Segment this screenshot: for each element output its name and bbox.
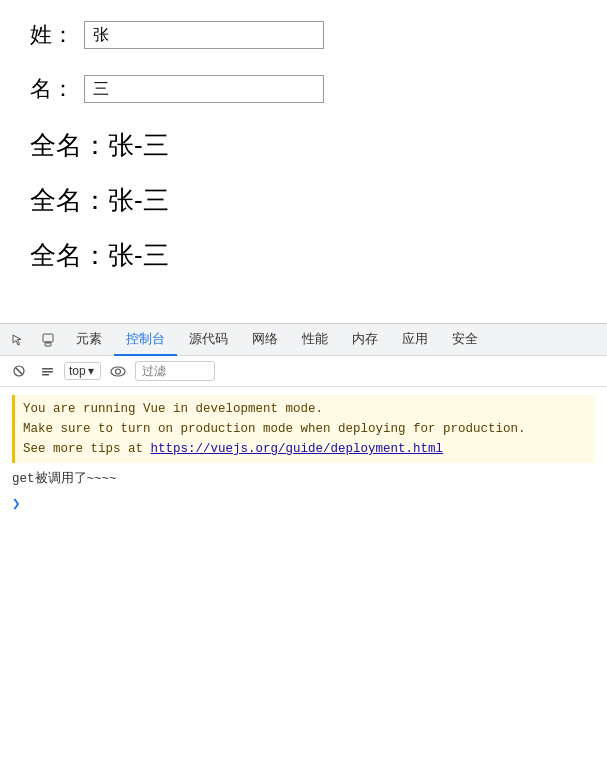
stop-icon[interactable]: [8, 360, 30, 382]
fullname-row-2: 全名：张-三: [30, 183, 577, 218]
fullname-row-3: 全名：张-三: [30, 238, 577, 273]
firstname-input[interactable]: [84, 75, 324, 103]
top-label: top: [69, 364, 86, 378]
console-arrow[interactable]: ❯: [12, 491, 595, 517]
svg-rect-7: [42, 374, 49, 376]
tab-source[interactable]: 源代码: [177, 324, 240, 356]
tab-memory[interactable]: 内存: [340, 324, 390, 356]
fullname-text-3: 全名：张-三: [30, 240, 169, 270]
cursor-icon[interactable]: [4, 326, 32, 354]
lastname-row: 姓：: [30, 20, 577, 50]
firstname-label: 名：: [30, 74, 74, 104]
devtools-tabs: 元素 控制台 源代码 网络 性能 内存 应用 安全: [0, 324, 607, 356]
tab-elements[interactable]: 元素: [64, 324, 114, 356]
lastname-label: 姓：: [30, 20, 74, 50]
fullname-row-1: 全名：张-三: [30, 128, 577, 163]
top-selector[interactable]: top ▾: [64, 362, 101, 380]
get-called-text: get被调用了~~~~: [12, 472, 117, 486]
console-info-line: get被调用了~~~~: [12, 467, 595, 491]
tab-application[interactable]: 应用: [390, 324, 440, 356]
tab-console[interactable]: 控制台: [114, 324, 177, 356]
console-line-1: You are running Vue in development mode.…: [23, 402, 526, 456]
console-warning-block: You are running Vue in development mode.…: [12, 395, 595, 463]
dropdown-arrow: ▾: [88, 364, 94, 378]
lastname-input[interactable]: [84, 21, 324, 49]
device-icon[interactable]: [34, 326, 62, 354]
tab-performance[interactable]: 性能: [290, 324, 340, 356]
svg-rect-5: [42, 368, 53, 370]
deployment-link[interactable]: https://vuejs.org/guide/deployment.html: [151, 442, 444, 456]
firstname-row: 名：: [30, 74, 577, 104]
svg-point-9: [115, 369, 120, 374]
console-output: You are running Vue in development mode.…: [0, 387, 607, 525]
devtools-panel: 元素 控制台 源代码 网络 性能 内存 应用 安全 top ▾: [0, 323, 607, 525]
eye-icon[interactable]: [107, 360, 129, 382]
filter-input[interactable]: [135, 361, 215, 381]
svg-line-4: [16, 368, 22, 374]
svg-rect-0: [43, 334, 53, 342]
svg-point-8: [111, 367, 125, 376]
fullname-text-1: 全名：张-三: [30, 130, 169, 160]
tab-security[interactable]: 安全: [440, 324, 490, 356]
devtools-toolbar: top ▾: [0, 356, 607, 387]
fullname-text-2: 全名：张-三: [30, 185, 169, 215]
clear-icon[interactable]: [36, 360, 58, 382]
main-content: 姓： 名： 全名：张-三 全名：张-三 全名：张-三: [0, 0, 607, 313]
svg-rect-6: [42, 371, 53, 373]
svg-rect-1: [45, 343, 51, 346]
tab-network[interactable]: 网络: [240, 324, 290, 356]
